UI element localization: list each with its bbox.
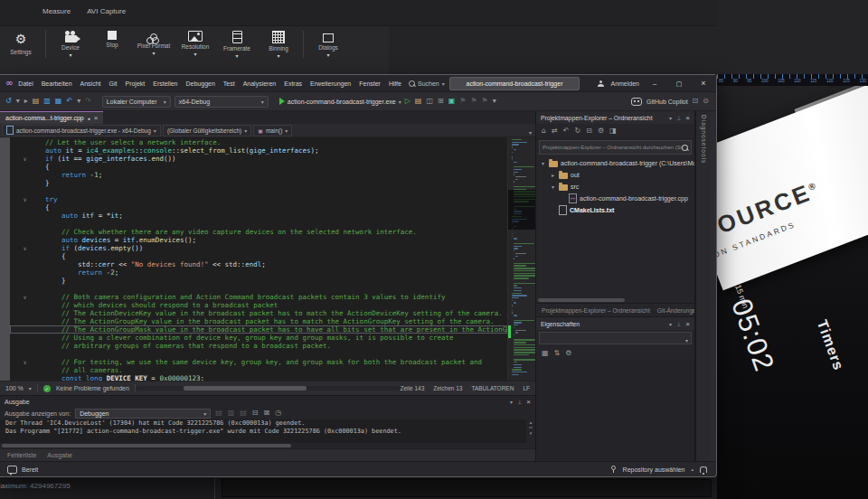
menu-item[interactable]: Erstellen: [153, 80, 177, 87]
titlebar-search-value[interactable]: action-command-broadcast-trigger: [449, 77, 580, 90]
fold-marker[interactable]: ∨: [10, 195, 40, 203]
menu-item[interactable]: Analysieren: [243, 80, 277, 87]
chevron-down-icon[interactable]: [510, 399, 513, 405]
collapse-chevron-icon[interactable]: [529, 122, 532, 138]
properties-toolbar-icon[interactable]: ▦: [542, 350, 549, 357]
solution-explorer-toolbar-icon[interactable]: ↻: [574, 127, 580, 135]
bgapp-toolbar-button[interactable]: Stop ▾: [91, 31, 133, 55]
toolbar-icon[interactable]: ▥: [43, 98, 51, 105]
pin-icon[interactable]: [676, 115, 681, 121]
bgapp-toolbar-button[interactable]: Framerate ▾: [216, 31, 258, 59]
scroll-down-icon[interactable]: [530, 430, 533, 436]
toolbar-icon[interactable]: ⊞: [438, 98, 444, 105]
properties-toolbar-icon[interactable]: ⚙: [565, 350, 571, 357]
chevron-down-icon[interactable]: [669, 321, 672, 327]
start-debugging-button[interactable]: action-command-broadcast-trigger.exe: [279, 98, 401, 105]
bgapp-input-field[interactable]: [222, 479, 712, 497]
solution-search-input[interactable]: Projektmappen-Explorer – Ordneransicht d…: [539, 140, 692, 155]
dropdown-caret-icon[interactable]: ▾: [326, 52, 329, 58]
output-toolbar-icon[interactable]: ▥: [228, 410, 235, 417]
output-source-dropdown[interactable]: Debuggen: [75, 409, 211, 419]
bgapp-toolbar-button[interactable]: Device ▾: [45, 31, 91, 58]
fold-marker[interactable]: ∨: [10, 244, 40, 252]
panel-tab[interactable]: Fehlerliste: [7, 452, 36, 458]
menu-item[interactable]: Git: [109, 80, 118, 87]
fold-marker[interactable]: ∨: [10, 155, 40, 163]
dropdown-caret-icon[interactable]: ▾: [235, 53, 238, 59]
toolbar-icon[interactable]: ▷: [405, 98, 410, 105]
search-control[interactable]: Suchen: [409, 80, 445, 87]
diagnostics-tool-tab[interactable]: Diagnosetools: [701, 115, 707, 461]
expand-arrow-icon[interactable]: ▾: [550, 184, 556, 190]
tree-item[interactable]: ▾ src: [536, 181, 694, 193]
document-tab[interactable]: action-comma...t-trigger.cpp: [0, 110, 103, 124]
output-toolbar-icon[interactable]: ◷: [275, 410, 281, 417]
toolbar-icon[interactable]: ▦: [55, 98, 62, 105]
select-repository-button[interactable]: Repository auswählen: [623, 466, 685, 473]
toolbar-icon[interactable]: ▾: [16, 98, 20, 105]
solution-explorer-toolbar-icon[interactable]: ⚙: [598, 127, 604, 135]
problems-label[interactable]: Keine Probleme gefunden: [56, 385, 129, 391]
panel-tab[interactable]: Projektmappen-Explorer – Ordneransicht: [542, 307, 650, 314]
toolbar-icon[interactable]: ▾: [493, 98, 496, 105]
close-button[interactable]: [694, 79, 712, 88]
solution-explorer-toolbar-icon[interactable]: ↶: [563, 127, 570, 135]
properties-object-dropdown[interactable]: [539, 332, 692, 344]
maximize-button[interactable]: [670, 80, 688, 88]
bgapp-toolbar-button[interactable]: Resolution ▾: [175, 31, 216, 57]
toolbar-icon[interactable]: ⊙: [703, 98, 709, 105]
scroll-up-icon[interactable]: [530, 419, 533, 425]
toolbar-icon[interactable]: ▣: [448, 98, 456, 105]
output-toolbar-icon[interactable]: ▤: [215, 410, 222, 417]
zoom-level[interactable]: 100 %: [5, 385, 24, 391]
horizontal-scrollbar[interactable]: [136, 386, 402, 391]
function-dropdown[interactable]: main(): [253, 125, 292, 137]
toolbar-icon[interactable]: ▾: [77, 98, 80, 105]
toolbar-icon[interactable]: ▸: [24, 98, 28, 105]
bgapp-toolbar-button[interactable]: Settings ▾: [0, 31, 42, 62]
minimap-viewport[interactable]: [508, 190, 535, 230]
scrollbar-thumb[interactable]: [529, 427, 533, 428]
solution-explorer-toolbar-icon[interactable]: ⇄: [552, 127, 558, 135]
toolbar-icon[interactable]: ↶: [66, 98, 72, 105]
column-indicator[interactable]: Zeichen 13: [433, 385, 462, 391]
minimap[interactable]: [508, 137, 535, 381]
bgapp-menu-item[interactable]: AVI Capture: [87, 7, 126, 15]
panel-tab[interactable]: Ausgabe: [47, 452, 72, 458]
toolbar-icon[interactable]: ◫: [426, 98, 433, 105]
bgapp-toolbar-button[interactable]: Binning ▾: [258, 31, 299, 59]
menu-item[interactable]: Erweiterungen: [310, 80, 351, 87]
close-icon[interactable]: [526, 398, 531, 406]
toolbar-icon[interactable]: ↷: [85, 98, 91, 105]
code-area[interactable]: // Let the user select a network interfa…: [10, 137, 507, 381]
scrollbar-thumb[interactable]: [184, 386, 307, 391]
solution-explorer-toolbar-icon[interactable]: ⌂: [542, 127, 546, 135]
feedback-icon[interactable]: [7, 466, 17, 474]
toolbar-icon[interactable]: ⊡: [693, 98, 699, 105]
expand-arrow-icon[interactable]: ▸: [550, 172, 556, 178]
configuration-dropdown[interactable]: x64-Debug: [175, 96, 269, 108]
properties-toolbar-icon[interactable]: ⇅: [554, 350, 561, 357]
fold-marker[interactable]: ∨: [10, 358, 40, 366]
menu-item[interactable]: Debuggen: [186, 80, 215, 87]
pin-icon[interactable]: [517, 399, 522, 405]
fold-marker[interactable]: ∨: [10, 293, 40, 301]
dropdown-caret-icon[interactable]: ▾: [152, 51, 155, 56]
output-log[interactable]: Der Thread 'IC4.DeviceLost' (17304) hat …: [0, 419, 526, 443]
close-icon[interactable]: [685, 320, 690, 328]
toolbar-icon[interactable]: ↺: [5, 98, 12, 105]
output-toolbar-icon[interactable]: ▤: [240, 410, 247, 417]
startup-target-dropdown[interactable]: Lokaler Computer: [102, 96, 171, 108]
solution-explorer-toolbar-icon[interactable]: ⊟: [586, 127, 592, 135]
dropdown-caret-icon[interactable]: ▾: [193, 52, 196, 57]
bgapp-menu-item[interactable]: Measure: [42, 7, 71, 15]
scrollbar-thumb[interactable]: [538, 298, 625, 302]
output-toolbar-icon[interactable]: ⊟: [252, 410, 259, 417]
tree-item[interactable]: ▸ out: [536, 169, 694, 181]
tree-item[interactable]: CMakeLists.txt: [536, 204, 694, 216]
notifications-bell-icon[interactable]: [700, 466, 707, 473]
menu-item[interactable]: Projekt: [125, 80, 145, 87]
menu-item[interactable]: Test: [223, 80, 235, 87]
tree-item[interactable]: ▾ action-command-broadcast-trigger (C:\U…: [536, 157, 694, 169]
chevron-down-icon[interactable]: [669, 115, 672, 121]
